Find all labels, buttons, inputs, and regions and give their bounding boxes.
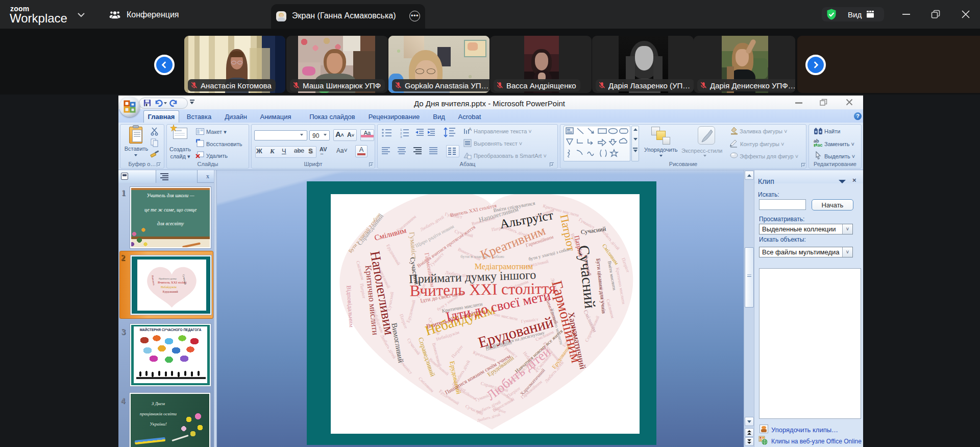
svg-text:2: 2 [400, 132, 402, 135]
svg-text:Медіаграмотним: Медіаграмотним [475, 262, 533, 271]
svg-text:A: A [469, 127, 472, 132]
svg-text:1: 1 [400, 128, 402, 131]
svg-text:Небайдужім: Небайдужім [161, 286, 177, 289]
svg-text:Вчитель XXI století: Вчитель XXI století [158, 280, 187, 284]
svg-text:3: 3 [400, 135, 402, 138]
svg-text:Приймати думку: Приймати думку [159, 277, 177, 280]
svg-text:Ерудований: Ерудований [163, 290, 178, 293]
